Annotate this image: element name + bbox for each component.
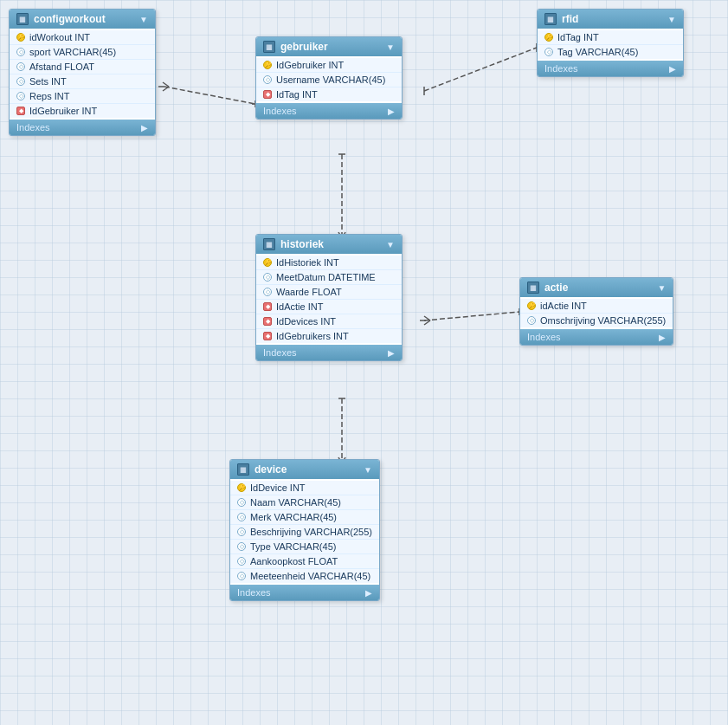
svg-line-15 bbox=[424, 316, 430, 320]
footer-arrow-historiek[interactable]: ▶ bbox=[388, 348, 395, 358]
field-icon-fk: ◆ bbox=[263, 317, 272, 326]
table-configworkout: configworkout▼🔑idWorkout INT◇sport VARCH… bbox=[9, 9, 156, 136]
field-row[interactable]: ◇Beschrijving VARCHAR(255) bbox=[230, 525, 379, 540]
field-name: IdGebruiker INT bbox=[276, 60, 344, 70]
table-footer-configworkout[interactable]: Indexes▶ bbox=[10, 120, 155, 135]
table-icon-actie bbox=[527, 282, 539, 294]
field-row[interactable]: ◆IdGebruiker INT bbox=[10, 104, 155, 118]
field-row[interactable]: ◇Afstand FLOAT bbox=[10, 60, 155, 74]
field-icon-pk: 🔑 bbox=[527, 301, 536, 310]
field-icon-plain: ◇ bbox=[263, 273, 272, 282]
field-icon-plain: ◇ bbox=[16, 48, 25, 56]
field-row[interactable]: 🔑idActie INT bbox=[520, 299, 673, 314]
field-name: IdActie INT bbox=[276, 301, 323, 312]
field-row[interactable]: ◇Aankoopkost FLOAT bbox=[230, 554, 379, 569]
field-row[interactable]: ◇Tag VARCHAR(45) bbox=[538, 45, 683, 59]
svg-line-1 bbox=[163, 82, 169, 87]
footer-arrow-actie[interactable]: ▶ bbox=[659, 333, 666, 342]
field-row[interactable]: ◆IdTag INT bbox=[256, 87, 402, 101]
field-row[interactable]: ◇MeetDatum DATETIME bbox=[256, 270, 402, 285]
field-name: idActie INT bbox=[540, 301, 587, 311]
field-row[interactable]: ◇Meeteenheid VARCHAR(45) bbox=[230, 569, 379, 583]
field-row[interactable]: ◇Username VARCHAR(45) bbox=[256, 73, 402, 87]
footer-arrow-configworkout[interactable]: ▶ bbox=[141, 123, 148, 133]
dropdown-arrow-rfid[interactable]: ▼ bbox=[667, 15, 676, 24]
table-header-gebruiker[interactable]: gebruiker▼ bbox=[256, 37, 402, 56]
svg-line-6 bbox=[424, 48, 537, 91]
field-row[interactable]: ◇Sets INT bbox=[10, 74, 155, 89]
field-row[interactable]: ◇Merk VARCHAR(45) bbox=[230, 510, 379, 525]
field-icon-fk: ◆ bbox=[263, 90, 272, 99]
table-footer-actie[interactable]: Indexes▶ bbox=[520, 329, 673, 345]
table-header-configworkout[interactable]: configworkout▼ bbox=[10, 10, 155, 29]
field-icon-plain: ◇ bbox=[237, 542, 246, 551]
table-icon-gebruiker bbox=[263, 41, 275, 53]
table-header-device[interactable]: device▼ bbox=[230, 460, 379, 479]
table-rfid: rfid▼🔑IdTag INT◇Tag VARCHAR(45)Indexes▶ bbox=[537, 9, 684, 77]
svg-line-14 bbox=[424, 312, 519, 320]
table-footer-device[interactable]: Indexes▶ bbox=[230, 585, 379, 600]
field-row[interactable]: ◇Waarde FLOAT bbox=[256, 285, 402, 300]
field-icon-pk: 🔑 bbox=[544, 33, 553, 42]
table-body-actie: 🔑idActie INT◇Omschrijving VARCHAR(255) bbox=[520, 297, 673, 329]
field-icon-fk: ◆ bbox=[263, 332, 272, 340]
footer-arrow-rfid[interactable]: ▶ bbox=[669, 64, 676, 74]
dropdown-arrow-configworkout[interactable]: ▼ bbox=[139, 15, 148, 24]
field-icon-plain: ◇ bbox=[237, 557, 246, 566]
table-icon-device bbox=[237, 463, 249, 476]
field-row[interactable]: ◇Naam VARCHAR(45) bbox=[230, 495, 379, 510]
field-name: IdTag INT bbox=[557, 32, 599, 42]
field-name: Sets INT bbox=[29, 76, 67, 87]
field-name: Waarde FLOAT bbox=[276, 287, 342, 297]
table-body-configworkout: 🔑idWorkout INT◇sport VARCHAR(45)◇Afstand… bbox=[10, 29, 155, 120]
field-name: Meeteenheid VARCHAR(45) bbox=[250, 571, 370, 581]
table-footer-rfid[interactable]: Indexes▶ bbox=[538, 61, 683, 76]
footer-arrow-device[interactable]: ▶ bbox=[365, 588, 372, 598]
table-footer-gebruiker[interactable]: Indexes▶ bbox=[256, 103, 402, 119]
field-icon-plain: ◇ bbox=[16, 62, 25, 71]
table-device: device▼🔑IdDevice INT◇Naam VARCHAR(45)◇Me… bbox=[229, 459, 380, 601]
field-icon-pk: 🔑 bbox=[16, 33, 25, 42]
dropdown-arrow-gebruiker[interactable]: ▼ bbox=[386, 42, 395, 52]
field-icon-plain: ◇ bbox=[237, 528, 246, 536]
field-name: Tag VARCHAR(45) bbox=[557, 47, 638, 57]
footer-arrow-gebruiker[interactable]: ▶ bbox=[388, 107, 395, 116]
table-title-historiek: historiek bbox=[280, 238, 324, 250]
field-row[interactable]: ◆IdActie INT bbox=[256, 300, 402, 314]
field-row[interactable]: ◇Reps INT bbox=[10, 89, 155, 104]
table-footer-historiek[interactable]: Indexes▶ bbox=[256, 345, 402, 360]
dropdown-arrow-historiek[interactable]: ▼ bbox=[386, 240, 395, 249]
field-icon-pk: 🔑 bbox=[237, 483, 246, 492]
field-row[interactable]: ◇sport VARCHAR(45) bbox=[10, 45, 155, 60]
table-gebruiker: gebruiker▼🔑IdGebruiker INT◇Username VARC… bbox=[255, 36, 403, 120]
field-row[interactable]: 🔑idWorkout INT bbox=[10, 30, 155, 45]
field-row[interactable]: 🔑IdGebruiker INT bbox=[256, 58, 402, 73]
footer-label-configworkout: Indexes bbox=[16, 122, 50, 133]
svg-line-2 bbox=[163, 87, 169, 91]
dropdown-arrow-actie[interactable]: ▼ bbox=[657, 283, 666, 293]
field-row[interactable]: ◆IdGebruikers INT bbox=[256, 329, 402, 343]
field-name: sport VARCHAR(45) bbox=[29, 47, 116, 57]
field-name: MeetDatum DATETIME bbox=[276, 272, 376, 282]
dropdown-arrow-device[interactable]: ▼ bbox=[364, 465, 372, 475]
field-row[interactable]: 🔑IdHistoriek INT bbox=[256, 256, 402, 270]
table-header-actie[interactable]: actie▼ bbox=[520, 278, 673, 297]
field-row[interactable]: ◆IdDevices INT bbox=[256, 314, 402, 329]
field-icon-plain: ◇ bbox=[16, 92, 25, 100]
table-header-historiek[interactable]: historiek▼ bbox=[256, 235, 402, 254]
field-icon-fk: ◆ bbox=[263, 302, 272, 311]
field-name: Username VARCHAR(45) bbox=[276, 74, 385, 85]
field-row[interactable]: ◇Omschrijving VARCHAR(255) bbox=[520, 314, 673, 327]
field-name: IdDevices INT bbox=[276, 316, 336, 327]
svg-line-0 bbox=[164, 87, 255, 104]
field-row[interactable]: 🔑IdDevice INT bbox=[230, 481, 379, 495]
field-icon-pk: 🔑 bbox=[263, 61, 272, 69]
table-header-rfid[interactable]: rfid▼ bbox=[538, 10, 683, 29]
field-name: Omschrijving VARCHAR(255) bbox=[540, 315, 666, 326]
table-body-historiek: 🔑IdHistoriek INT◇MeetDatum DATETIME◇Waar… bbox=[256, 254, 402, 345]
table-body-rfid: 🔑IdTag INT◇Tag VARCHAR(45) bbox=[538, 29, 683, 61]
field-icon-plain: ◇ bbox=[237, 498, 246, 507]
footer-label-historiek: Indexes bbox=[263, 347, 297, 358]
field-row[interactable]: 🔑IdTag INT bbox=[538, 30, 683, 45]
field-row[interactable]: ◇Type VARCHAR(45) bbox=[230, 540, 379, 554]
